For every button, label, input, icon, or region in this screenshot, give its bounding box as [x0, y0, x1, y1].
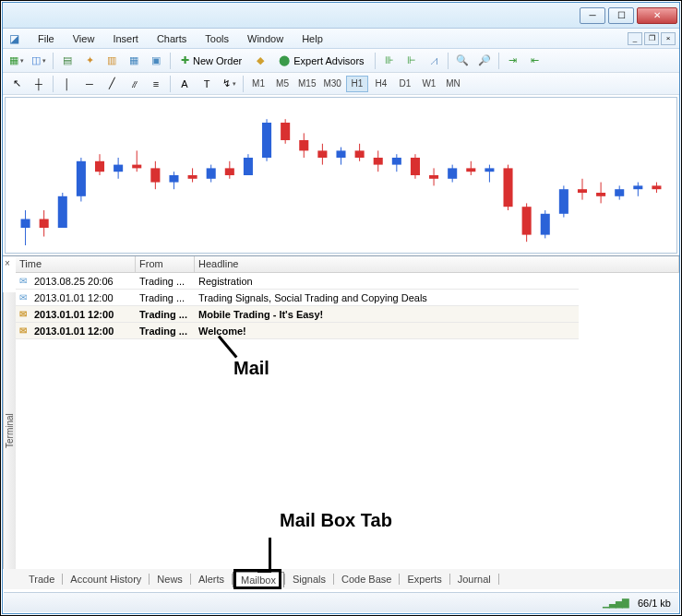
timeframe-m30[interactable]: M30 [320, 76, 343, 92]
tab-alerts[interactable]: Alerts [191, 572, 232, 586]
data-window-icon[interactable]: ▣ [146, 51, 166, 71]
mail-time: 2013.01.01 12:00 [30, 309, 136, 320]
price-chart[interactable] [5, 97, 677, 254]
timeframe-w1[interactable]: W1 [418, 76, 440, 92]
mail-icon: ✉ [16, 292, 30, 302]
mail-headline: Mobile Trading - It's Easy! [195, 309, 579, 320]
svg-rect-9 [95, 161, 104, 172]
mail-headline: Trading Signals, Social Trading and Copy… [195, 292, 579, 303]
col-time[interactable]: Time [16, 256, 136, 272]
auto-scroll-icon[interactable]: ⇥ [503, 51, 523, 71]
mdi-close-button[interactable]: × [661, 32, 676, 45]
mail-icon: ✉ [16, 326, 30, 336]
svg-rect-15 [150, 168, 160, 182]
svg-rect-69 [652, 185, 661, 189]
tab-news[interactable]: News [150, 572, 190, 586]
svg-rect-27 [262, 123, 271, 158]
svg-rect-41 [392, 158, 401, 165]
timeframe-h4[interactable]: H4 [370, 76, 392, 92]
svg-rect-37 [355, 150, 365, 158]
new-chart-icon[interactable]: ▦▾ [6, 51, 27, 71]
menu-tools[interactable]: Tools [196, 31, 238, 46]
statusbar: ▁▃▅▇ 66/1 kb [4, 592, 678, 612]
col-headline[interactable]: Headline [195, 256, 679, 272]
crosshair-icon[interactable]: ┼ [29, 74, 49, 94]
svg-rect-11 [114, 165, 123, 172]
svg-rect-25 [244, 158, 253, 175]
terminal-tabs: Trade Account History News Alerts Mailbo… [3, 569, 679, 589]
menu-charts[interactable]: Charts [148, 31, 196, 46]
text-icon[interactable]: A [174, 74, 195, 94]
tab-mailbox[interactable]: Mailbox [233, 572, 284, 587]
terminal-icon[interactable]: ▥ [102, 51, 122, 71]
mdi-restore-button[interactable]: ❐ [644, 32, 659, 45]
tab-journal[interactable]: Journal [450, 572, 498, 586]
arrows-icon[interactable]: ↯▾ [219, 74, 239, 94]
svg-rect-63 [596, 193, 605, 196]
timeframe-m5[interactable]: M5 [271, 76, 293, 92]
mail-row[interactable]: ✉ 2013.01.01 12:00 Trading ... Welcome! [16, 323, 579, 339]
svg-rect-43 [411, 158, 420, 175]
cursor-icon[interactable]: ↖ [6, 74, 27, 94]
maximize-button[interactable]: ☐ [608, 7, 634, 24]
svg-rect-57 [541, 214, 550, 235]
navigator-icon[interactable]: ✦ [79, 51, 100, 71]
tab-code-base[interactable]: Code Base [334, 572, 399, 586]
minimize-button[interactable]: ─ [580, 7, 605, 24]
menu-window[interactable]: Window [238, 31, 293, 46]
mail-row[interactable]: ✉ 2013.01.01 12:00 Trading ... Trading S… [16, 290, 579, 306]
mdi-minimize-button[interactable]: _ [628, 32, 642, 45]
market-watch-icon[interactable]: ▤ [57, 51, 78, 71]
fibonacci-icon[interactable]: ≡ [146, 74, 166, 94]
expert-advisors-button[interactable]: ⬤Expert Advisors [272, 51, 370, 71]
timeframe-h1[interactable]: H1 [346, 76, 368, 92]
svg-rect-3 [40, 219, 49, 229]
strategy-tester-icon[interactable]: ▦ [124, 51, 144, 71]
menu-view[interactable]: View [64, 31, 104, 46]
mail-headline: Welcome! [195, 326, 579, 337]
close-button[interactable]: ✕ [637, 7, 677, 24]
svg-rect-55 [522, 207, 532, 234]
mail-headers: Time From Headline [16, 256, 679, 273]
zoom-out-icon[interactable]: 🔎 [474, 51, 495, 71]
mail-row[interactable]: ✉ 2013.08.25 20:06 Trading ... Registrat… [16, 273, 579, 290]
svg-rect-31 [299, 140, 308, 150]
vertical-line-icon[interactable]: │ [57, 74, 78, 94]
mail-row[interactable]: ✉ 2013.01.01 12:00 Trading ... Mobile Tr… [16, 306, 579, 323]
toolbar-main: ▦▾ ◫▾ ▤ ✦ ▥ ▦ ▣ ✚New Order ◆ ⬤Expert Adv… [3, 49, 679, 73]
chart-shift-icon[interactable]: ⇤ [525, 51, 545, 71]
new-order-button[interactable]: ✚New Order [174, 51, 248, 71]
metaeditor-icon[interactable]: ◆ [250, 51, 270, 71]
menu-help[interactable]: Help [293, 31, 332, 46]
timeframe-m1[interactable]: M1 [247, 76, 269, 92]
line-chart-icon[interactable]: ⩘ [424, 51, 444, 71]
timeframe-mn[interactable]: MN [442, 76, 464, 92]
timeframe-d1[interactable]: D1 [394, 76, 416, 92]
svg-rect-67 [633, 185, 642, 189]
text-label-icon[interactable]: T [197, 74, 217, 94]
mail-time: 2013.01.01 12:00 [30, 292, 136, 303]
zoom-in-icon[interactable]: 🔍 [452, 51, 473, 71]
trendline-icon[interactable]: ╱ [102, 74, 122, 94]
bar-chart-icon[interactable]: ⊪ [379, 51, 400, 71]
channel-icon[interactable]: ⫽ [124, 74, 144, 94]
horizontal-line-icon[interactable]: ─ [79, 74, 100, 94]
timeframe-m15[interactable]: M15 [295, 76, 318, 92]
tab-account-history[interactable]: Account History [63, 572, 149, 586]
menu-insert[interactable]: Insert [103, 31, 148, 46]
connection-icon: ▁▃▅▇ [603, 598, 628, 608]
svg-rect-35 [336, 150, 345, 158]
menu-file[interactable]: File [29, 31, 64, 46]
tab-trade[interactable]: Trade [21, 572, 62, 586]
new-order-label: New Order [193, 55, 242, 66]
svg-rect-65 [615, 189, 624, 196]
svg-rect-7 [77, 161, 86, 196]
mail-icon: ✉ [16, 276, 30, 286]
terminal-close-icon[interactable]: × [5, 258, 10, 268]
tab-experts[interactable]: Experts [400, 572, 449, 586]
tab-signals[interactable]: Signals [285, 572, 333, 586]
profiles-icon[interactable]: ◫▾ [29, 51, 49, 71]
svg-rect-5 [58, 196, 67, 228]
col-from[interactable]: From [136, 256, 195, 272]
candle-chart-icon[interactable]: ⊩ [401, 51, 422, 71]
